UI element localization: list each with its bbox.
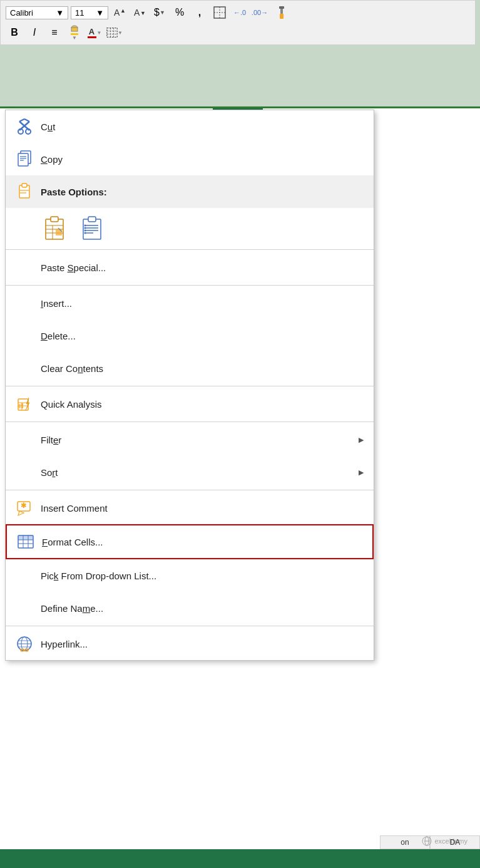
inc-decimal-button[interactable]: .00→ bbox=[251, 4, 268, 21]
clear-contents-label: Clear Contents bbox=[41, 363, 364, 374]
menu-item-copy[interactable]: Copy bbox=[6, 143, 374, 175]
menu-item-sort[interactable]: Sort ▶ bbox=[6, 456, 374, 488]
menu-item-paste-special[interactable]: Paste Special... bbox=[6, 251, 374, 284]
clear-spacer bbox=[13, 358, 36, 378]
sort-label: Sort bbox=[41, 467, 359, 478]
border-icon bbox=[213, 6, 227, 19]
decrease-font-icon: A ▼ bbox=[133, 6, 146, 19]
svg-point-47 bbox=[84, 225, 86, 227]
grid-button[interactable]: ▼ bbox=[106, 24, 123, 41]
filter-arrow: ▶ bbox=[359, 436, 364, 444]
svg-rect-11 bbox=[71, 28, 78, 31]
paste-special-spacer bbox=[13, 257, 36, 277]
svg-rect-55 bbox=[19, 404, 21, 408]
copy-icon bbox=[13, 149, 36, 169]
bold-button[interactable]: B bbox=[6, 24, 23, 41]
border-button[interactable] bbox=[211, 4, 228, 21]
pick-dropdown-label: Pick From Drop-down List... bbox=[41, 571, 364, 581]
paste-icon-1[interactable] bbox=[41, 213, 71, 243]
comma-button[interactable]: , bbox=[191, 4, 208, 21]
paste-options-label: Paste Options: bbox=[41, 187, 364, 197]
dec-decimal-icon: ←.0 bbox=[233, 9, 246, 16]
paint-brush-icon bbox=[272, 5, 287, 20]
pick-dropdown-spacer bbox=[13, 566, 36, 586]
svg-rect-34 bbox=[51, 217, 58, 222]
align-button[interactable]: ≡ bbox=[46, 24, 63, 41]
percent-icon: % bbox=[175, 7, 184, 18]
align-icon: ≡ bbox=[51, 27, 57, 38]
menu-item-paste-options[interactable]: Paste Options: bbox=[6, 175, 374, 208]
svg-rect-30 bbox=[22, 183, 27, 187]
define-name-label: Define Name... bbox=[41, 603, 364, 614]
svg-rect-56 bbox=[21, 403, 23, 408]
insert-label: Insert... bbox=[41, 298, 364, 309]
italic-icon: I bbox=[33, 27, 36, 38]
svg-point-50 bbox=[84, 232, 86, 234]
font-color-button[interactable]: A ▼ bbox=[86, 24, 103, 41]
watermark: exceldemy bbox=[422, 836, 467, 846]
menu-item-pick-dropdown[interactable]: Pick From Drop-down List... bbox=[6, 559, 374, 592]
divider-3 bbox=[6, 386, 374, 386]
svg-rect-41 bbox=[83, 219, 101, 239]
menu-item-clear-contents[interactable]: Clear Contents bbox=[6, 352, 374, 385]
fill-color-button[interactable]: ▼ bbox=[66, 24, 83, 41]
paste-icons-row bbox=[6, 208, 374, 248]
svg-rect-7 bbox=[280, 14, 283, 19]
svg-line-22 bbox=[19, 119, 24, 121]
menu-item-cut[interactable]: Cut bbox=[6, 110, 374, 143]
delete-spacer bbox=[13, 326, 36, 346]
svg-text:▲: ▲ bbox=[120, 8, 126, 14]
copy-label: Copy bbox=[41, 154, 364, 165]
cut-label: Cut bbox=[41, 121, 364, 132]
menu-item-delete[interactable]: Delete... bbox=[6, 319, 374, 352]
decrease-font-button[interactable]: A ▼ bbox=[131, 4, 148, 21]
svg-point-49 bbox=[84, 230, 86, 232]
quick-analysis-label: Quick Analysis bbox=[41, 399, 364, 410]
svg-rect-42 bbox=[88, 217, 96, 222]
menu-item-define-name[interactable]: Define Name... bbox=[6, 592, 374, 624]
insert-comment-icon: ✱ bbox=[13, 498, 36, 518]
percent-button[interactable]: % bbox=[171, 4, 188, 21]
excel-toolbar: Calibri ▼ 11 ▼ A ▲ A ▼ $ ▼ % bbox=[0, 0, 476, 45]
insert-spacer bbox=[13, 293, 36, 313]
svg-rect-13 bbox=[107, 28, 117, 38]
fill-color-icon: ▼ bbox=[69, 25, 80, 41]
watermark-icon bbox=[422, 836, 432, 846]
font-dropdown-arrow[interactable]: ▼ bbox=[56, 8, 64, 18]
bold-icon: B bbox=[11, 27, 18, 38]
menu-item-format-cells[interactable]: Format Cells... bbox=[6, 524, 374, 559]
increase-font-icon: A ▲ bbox=[113, 6, 126, 19]
format-cells-label: Format Cells... bbox=[42, 537, 362, 547]
sort-spacer bbox=[13, 462, 36, 482]
menu-item-hyperlink[interactable]: Hyperlink... bbox=[6, 628, 374, 660]
svg-text:A: A bbox=[134, 8, 140, 18]
divider-2 bbox=[6, 285, 374, 286]
font-name-label: Calibri bbox=[10, 8, 33, 18]
font-size-select[interactable]: 11 ▼ bbox=[71, 6, 108, 19]
watermark-text: exceldemy bbox=[434, 837, 467, 845]
paint-brush-button[interactable] bbox=[271, 4, 289, 21]
paste-icon-2[interactable] bbox=[78, 213, 108, 243]
increase-font-button[interactable]: A ▲ bbox=[111, 4, 128, 21]
svg-text:▼: ▼ bbox=[140, 10, 146, 16]
dec-decimal-button[interactable]: ←.0 bbox=[231, 4, 248, 21]
format-cells-icon bbox=[14, 532, 37, 552]
menu-item-insert-comment[interactable]: ✱ Insert Comment bbox=[6, 492, 374, 524]
italic-button[interactable]: I bbox=[26, 24, 43, 41]
svg-rect-61 bbox=[18, 535, 33, 540]
divider-5 bbox=[6, 490, 374, 490]
menu-item-insert[interactable]: Insert... bbox=[6, 287, 374, 319]
bottom-status-bar bbox=[0, 849, 480, 868]
quick-analysis-icon bbox=[13, 394, 36, 414]
svg-rect-25 bbox=[18, 153, 28, 166]
toolbar-row1: Calibri ▼ 11 ▼ A ▲ A ▼ $ ▼ % bbox=[6, 4, 470, 21]
font-name-select[interactable]: Calibri ▼ bbox=[6, 6, 68, 19]
menu-item-quick-analysis[interactable]: Quick Analysis bbox=[6, 388, 374, 420]
dollar-button[interactable]: $ ▼ bbox=[151, 4, 168, 21]
font-color-icon: A bbox=[88, 27, 96, 38]
size-dropdown-arrow[interactable]: ▼ bbox=[96, 8, 104, 18]
comma-icon: , bbox=[198, 7, 201, 18]
svg-marker-58 bbox=[18, 511, 24, 515]
insert-comment-label: Insert Comment bbox=[41, 503, 364, 514]
menu-item-filter[interactable]: Filter ▶ bbox=[6, 423, 374, 456]
